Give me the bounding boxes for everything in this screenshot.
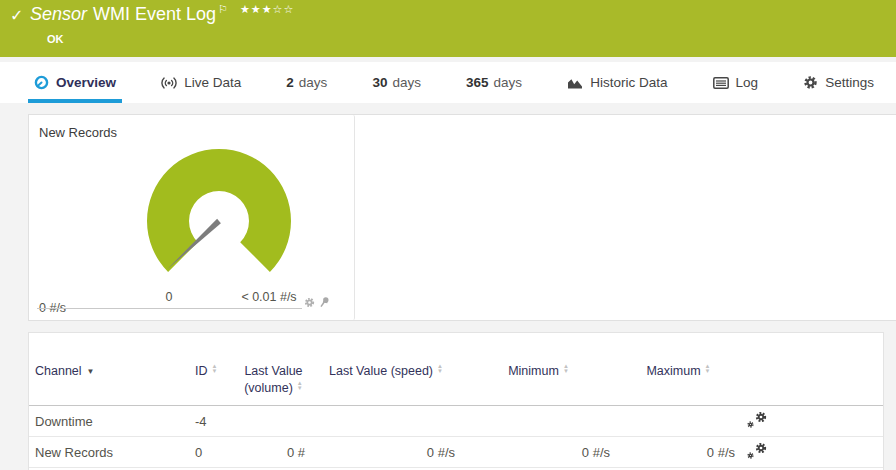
column-header-id[interactable]: ID▲▼ <box>189 359 236 406</box>
maximum-cell <box>616 406 741 437</box>
tab-label: Settings <box>825 75 874 90</box>
tab-365-days[interactable]: 365 days <box>460 62 528 103</box>
gauge-min-label: 0 <box>166 290 173 304</box>
tab-live-data[interactable]: Live Data <box>155 62 247 103</box>
sort-icon: ▲▼ <box>437 364 443 374</box>
sort-icon: ▲▼ <box>297 381 303 391</box>
last-value-volume-cell <box>236 406 311 437</box>
check-icon: ✓ <box>10 6 23 25</box>
tab-bar: Overview Live Data 2 days 30 days 365 da… <box>0 62 896 103</box>
active-tab-underline <box>28 99 122 103</box>
last-value-speed-cell: 0 #/s <box>311 437 461 468</box>
gauge-max-label: < 0.01 #/s <box>241 290 296 304</box>
tab-historic-data[interactable]: Historic Data <box>561 62 673 103</box>
tab-log[interactable]: Log <box>707 62 765 103</box>
gauge-panel: 0 < 0.01 #/s New Records 0 #/s <box>29 115 355 320</box>
sort-icon: ▲▼ <box>705 364 711 374</box>
sort-desc-icon: ▼ <box>87 363 95 380</box>
gauge-footer-divider <box>37 308 302 309</box>
overview-panel-band: 0 < 0.01 #/s New Records 0 #/s <box>28 114 896 321</box>
channel-table-card: Channel▼ ID▲▼ Last Value (volume)▲▼ Last… <box>28 332 884 470</box>
tab-settings[interactable]: Settings <box>797 62 880 103</box>
last-value-speed-cell <box>311 406 461 437</box>
gauge-tools <box>304 296 330 308</box>
tab-day-unit: days <box>299 75 328 90</box>
tab-label: Overview <box>56 75 116 90</box>
tab-day-unit: days <box>494 75 523 90</box>
channel-settings-icon[interactable] <box>747 411 767 428</box>
column-header-last-value-volume[interactable]: Last Value (volume)▲▼ <box>236 359 311 406</box>
broadcast-icon <box>161 75 177 91</box>
channel-id-cell: -4 <box>189 406 236 437</box>
column-header-maximum[interactable]: Maximum▲▼ <box>616 359 741 406</box>
gauge-arc <box>147 149 291 272</box>
gauge-icon <box>34 75 49 90</box>
tab-day-count: 365 <box>466 75 489 90</box>
tab-day-unit: days <box>392 75 421 90</box>
channel-name-cell[interactable]: Downtime <box>29 406 189 437</box>
minimum-cell <box>461 406 616 437</box>
table-row[interactable]: New Records 0 0 # 0 #/s 0 #/s 0 #/s <box>29 437 883 468</box>
stars-empty: ☆☆ <box>273 3 295 15</box>
tab-day-count: 2 <box>286 75 294 90</box>
pin-icon[interactable] <box>319 296 330 308</box>
page-title: SensorWMI Event Log⚐★★★☆☆ <box>30 4 294 25</box>
channel-table: Channel▼ ID▲▼ Last Value (volume)▲▼ Last… <box>29 359 883 468</box>
channel-actions-cell <box>741 406 883 437</box>
tab-label: Historic Data <box>590 75 667 90</box>
channel-actions-cell <box>741 437 883 468</box>
table-header-row: Channel▼ ID▲▼ Last Value (volume)▲▼ Last… <box>29 359 883 406</box>
tab-label: Log <box>736 75 759 90</box>
flag-icon[interactable]: ⚐ <box>218 3 228 15</box>
sensor-type-label: Sensor <box>30 4 87 24</box>
tab-label: Live Data <box>184 75 241 90</box>
new-records-gauge: 0 < 0.01 #/s <box>29 115 354 320</box>
status-badge: OK <box>47 33 64 45</box>
gear-icon <box>803 75 818 90</box>
tab-2-days[interactable]: 2 days <box>280 62 333 103</box>
column-header-actions <box>741 359 883 406</box>
last-value-volume-cell: 0 # <box>236 437 311 468</box>
area-chart-icon <box>567 76 583 90</box>
table-row[interactable]: Downtime -4 <box>29 406 883 437</box>
sensor-header: ✓ SensorWMI Event Log⚐★★★☆☆ OK <box>0 0 896 57</box>
channel-settings-icon[interactable] <box>747 442 767 459</box>
stars-filled: ★★★ <box>240 3 273 15</box>
log-icon <box>713 77 729 89</box>
column-header-channel[interactable]: Channel▼ <box>29 359 189 406</box>
sort-icon: ▲▼ <box>563 364 569 374</box>
tab-30-days[interactable]: 30 days <box>366 62 427 103</box>
column-header-last-value-speed[interactable]: Last Value (speed)▲▼ <box>311 359 461 406</box>
gauge-panel-title: New Records <box>39 125 117 140</box>
tab-day-count: 30 <box>372 75 387 90</box>
minimum-cell: 0 #/s <box>461 437 616 468</box>
gear-icon[interactable] <box>304 297 315 308</box>
sort-icon: ▲▼ <box>212 364 218 374</box>
channel-name-cell[interactable]: New Records <box>29 437 189 468</box>
channel-id-cell: 0 <box>189 437 236 468</box>
sensor-title: WMI Event Log <box>93 4 216 24</box>
maximum-cell: 0 #/s <box>616 437 741 468</box>
tab-overview[interactable]: Overview <box>28 62 122 103</box>
priority-stars[interactable]: ★★★☆☆ <box>240 3 294 15</box>
column-header-minimum[interactable]: Minimum▲▼ <box>461 359 616 406</box>
